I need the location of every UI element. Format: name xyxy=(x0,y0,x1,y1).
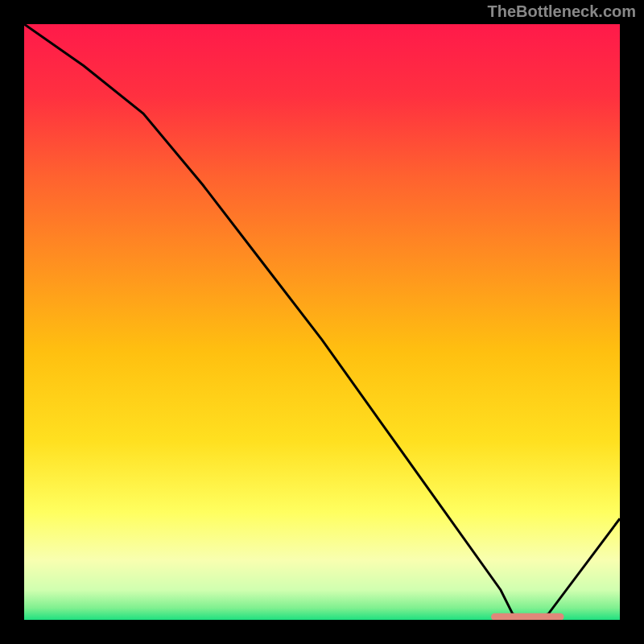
chart-container: TheBottleneck.com xyxy=(0,0,644,644)
plot-area xyxy=(24,24,620,620)
watermark-text: TheBottleneck.com xyxy=(488,2,636,21)
chart-svg xyxy=(24,24,620,620)
gradient-background xyxy=(24,24,620,620)
